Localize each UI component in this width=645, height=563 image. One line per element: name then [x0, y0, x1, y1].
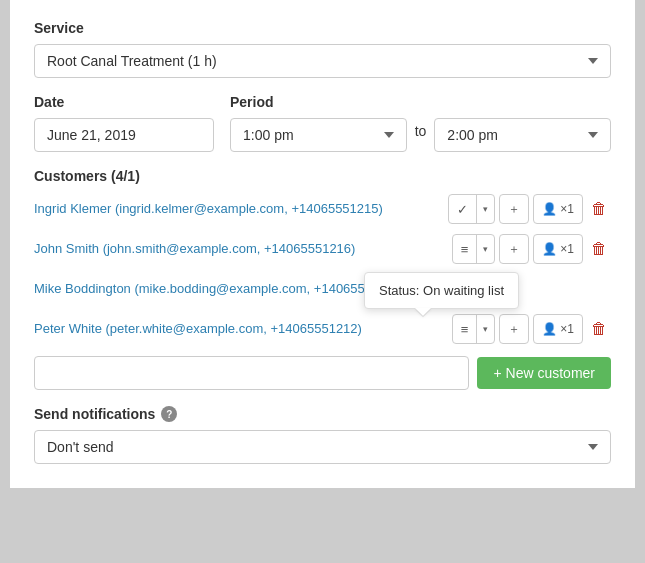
chevron-down-icon: ▾ [477, 315, 494, 343]
customer-name: Peter White (peter.white@example.com, +1… [34, 320, 452, 338]
customer-count: ×1 [560, 242, 574, 256]
customer-name: John Smith (john.smith@example.com, +140… [34, 240, 452, 258]
service-select[interactable]: Root Canal Treatment (1 h) [34, 44, 611, 78]
customer-delete-button[interactable]: 🗑 [587, 314, 611, 344]
notifications-section: Send notifications ? Don't send [34, 406, 611, 464]
customer-row: Peter White (peter.white@example.com, +1… [34, 314, 611, 344]
check-icon: ✓ [449, 195, 477, 223]
customer-actions: ≡ ▾ Status: On waiting list ＋ 👤 ×1 🗑 [452, 274, 611, 304]
customer-row: Mike Boddington (mike.bodding@example.co… [34, 274, 611, 304]
customer-add-button[interactable]: ＋ [499, 234, 529, 264]
period-to-select[interactable]: 2:00 pm [434, 118, 611, 152]
list-icon: ≡ [453, 235, 478, 263]
customer-delete-button[interactable]: 🗑 [587, 234, 611, 264]
new-customer-button[interactable]: + New customer [477, 357, 611, 389]
customer-status-button[interactable]: ✓ ▾ [448, 194, 495, 224]
person-icon: 👤 [542, 322, 557, 336]
period-to-label: to [415, 123, 427, 148]
period-from-select[interactable]: 1:00 pm [230, 118, 407, 152]
customer-status-button[interactable]: ≡ ▾ [452, 234, 496, 264]
customer-actions: ≡ ▾ ＋ 👤 ×1 🗑 [452, 314, 611, 344]
customer-count: ×1 [560, 322, 574, 336]
customer-count-button[interactable]: 👤 ×1 [533, 194, 583, 224]
help-icon[interactable]: ? [161, 406, 177, 422]
chevron-down-icon: ▾ [477, 235, 494, 263]
customer-name: Ingrid Klemer (ingrid.kelmer@example.com… [34, 200, 448, 218]
customers-header: Customers (4/1) [34, 168, 611, 184]
chevron-down-icon: ▾ [477, 195, 494, 223]
date-input[interactable] [34, 118, 214, 152]
customer-add-button[interactable]: ＋ [499, 314, 529, 344]
status-tooltip: Status: On waiting list [364, 272, 519, 309]
customer-actions: ≡ ▾ ＋ 👤 ×1 🗑 [452, 234, 611, 264]
customer-row: Ingrid Klemer (ingrid.kelmer@example.com… [34, 194, 611, 224]
customer-status-button[interactable]: ≡ ▾ [452, 314, 496, 344]
period-label: Period [230, 94, 611, 110]
customer-add-button[interactable]: ＋ [499, 194, 529, 224]
customer-delete-button[interactable]: 🗑 [587, 194, 611, 224]
customer-count: ×1 [560, 202, 574, 216]
new-customer-input[interactable] [34, 356, 469, 390]
service-label: Service [34, 20, 611, 36]
customer-row: John Smith (john.smith@example.com, +140… [34, 234, 611, 264]
date-label: Date [34, 94, 214, 110]
person-icon: 👤 [542, 202, 557, 216]
notifications-select[interactable]: Don't send [34, 430, 611, 464]
new-customer-row: + New customer [34, 356, 611, 390]
list-icon: ≡ [453, 315, 478, 343]
customer-actions: ✓ ▾ ＋ 👤 ×1 🗑 [448, 194, 611, 224]
person-icon: 👤 [542, 242, 557, 256]
notifications-label: Send notifications ? [34, 406, 611, 422]
customer-count-button[interactable]: 👤 ×1 [533, 234, 583, 264]
customer-count-button[interactable]: 👤 ×1 [533, 314, 583, 344]
